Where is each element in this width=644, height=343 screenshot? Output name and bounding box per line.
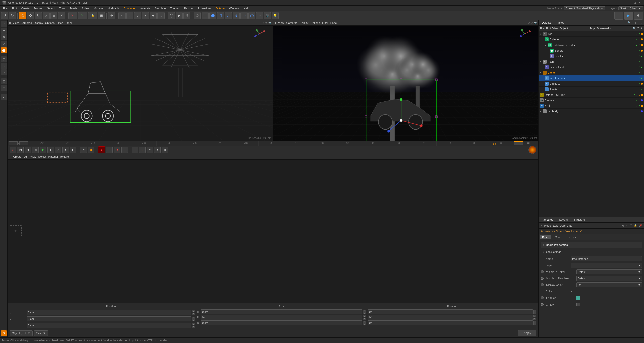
pos-y-down[interactable]: ▼ [192, 319, 195, 321]
reset-tool-button[interactable]: ⟲ [58, 12, 65, 19]
plain-expand[interactable]: ▶ [540, 60, 543, 63]
move-tool-button[interactable]: ✛ [27, 12, 34, 19]
ocean-check2[interactable]: ✓ [638, 105, 640, 107]
obj-sort-icon[interactable]: ↕ [640, 21, 643, 24]
obj-filter-btn2[interactable]: ⊻ [637, 27, 639, 30]
lf-check2[interactable]: ✓ [641, 66, 643, 68]
object-list[interactable]: ▶ N tree ✓ ✓ ⎕ Cylinder ✓ ✓ [539, 31, 644, 217]
menu-render[interactable]: Render [182, 6, 195, 10]
display-color-dropdown[interactable]: Off ▼ [576, 282, 642, 287]
size-mode-dropdown[interactable]: Size ▼ [34, 330, 48, 336]
add-keyframe-button[interactable]: + [132, 147, 138, 153]
record-active-button[interactable]: ● [98, 146, 105, 153]
autokey-button[interactable]: ⏺ [88, 147, 94, 153]
vp-right-menu-btn[interactable]: ≡ [275, 21, 276, 24]
name-value[interactable] [571, 256, 642, 261]
disc-button[interactable]: ◯ [248, 12, 255, 19]
vis-renderer-dropdown[interactable]: Default ▼ [576, 276, 642, 281]
window-controls[interactable]: ─ □ ✕ [628, 1, 642, 4]
obj-tags-menu[interactable]: Tags [590, 27, 595, 30]
attr-userdata-label[interactable]: User Data [560, 224, 572, 227]
tab-takes[interactable]: Takes [555, 21, 566, 25]
vp-right-expand-icon[interactable]: ⤢ [528, 21, 530, 24]
rot-b-stepper[interactable]: ▲ ▼ [533, 321, 536, 325]
record-button[interactable]: ● [10, 147, 16, 153]
menu-file[interactable]: File [1, 6, 10, 10]
size-h-input[interactable]: 0 cm [201, 309, 362, 314]
axis-x-button[interactable]: X↑ [68, 12, 77, 19]
menu-volume[interactable]: Volume [92, 6, 105, 10]
tab-objects[interactable]: Objects [540, 21, 553, 25]
rot-p-stepper[interactable]: ▲ ▼ [533, 315, 536, 320]
rot-h-down[interactable]: ▼ [533, 312, 536, 314]
frame-start-input[interactable]: -90 [9, 141, 18, 145]
mat-menu-edit[interactable]: Edit [23, 155, 28, 158]
obj-row-car-body[interactable]: ▶ N car body ✓ [539, 109, 644, 114]
obj-row-tree[interactable]: ▶ N tree ✓ ✓ [539, 31, 644, 37]
vp-left-options[interactable]: Options [45, 21, 55, 24]
rot-p-input[interactable]: 0° [368, 315, 533, 320]
ti-check1[interactable]: ✓ [638, 77, 640, 79]
attr-up-btn[interactable]: ▲ [626, 224, 628, 227]
tab-structure[interactable]: Structure [572, 218, 587, 222]
vis-editor-dot[interactable] [541, 270, 544, 273]
record-rot-button[interactable]: R [114, 147, 120, 153]
undo-button[interactable]: ↺ [1, 12, 8, 19]
obj-view-menu[interactable]: View [552, 27, 558, 30]
render-viewport-canvas[interactable] [273, 26, 539, 141]
next-key-button[interactable]: ▷ [55, 147, 61, 153]
object-mode-button[interactable]: □ [118, 12, 126, 19]
play-button[interactable]: ▶ [40, 147, 46, 153]
lf-check1[interactable]: ✓ [638, 66, 640, 68]
obj-row-ocean[interactable]: W 바다 ✓ ✓ [539, 103, 644, 109]
vis-editor-value[interactable]: Default ▼ [576, 269, 642, 274]
render-settings-button[interactable]: ⚙ [183, 12, 190, 19]
sidebar-scale-btn[interactable]: ⤢ [1, 41, 7, 47]
goto-end-button[interactable]: ▶| [70, 147, 76, 153]
add-material-btn[interactable]: + [10, 225, 22, 237]
sidebar-measure-btn[interactable]: ⊡ [1, 85, 7, 91]
ol-check2[interactable]: ✓ [636, 94, 638, 96]
cb-check1[interactable]: ✓ [638, 110, 640, 113]
snap-button[interactable]: ⊠ [98, 12, 105, 19]
tab-layers[interactable]: Layers [557, 218, 570, 222]
pos-x-input[interactable]: 0 cm [27, 310, 191, 315]
obj-row-camera[interactable]: 📷 Camera ✓ ✓ [539, 98, 644, 103]
mat-menu-view[interactable]: View [30, 155, 36, 158]
pos-y-up[interactable]: ▲ [192, 317, 195, 319]
sidebar-s-btn[interactable]: S [1, 330, 7, 336]
sidebar-polygon-btn[interactable]: ⬡ [1, 63, 7, 69]
tree-check2[interactable]: ✓ [638, 33, 640, 35]
mat-menu-material[interactable]: Material [48, 155, 58, 158]
enabled-checkbox[interactable] [576, 296, 580, 300]
subdiv-check2[interactable]: ✓ [638, 44, 640, 46]
plane-button[interactable]: ▭ [240, 12, 248, 19]
cam-check2[interactable]: ✓ [638, 99, 640, 102]
menu-simulate[interactable]: Simulate [153, 6, 168, 10]
attr-mode-label[interactable]: Mode [544, 224, 551, 227]
obj-expand-tree[interactable]: ▶ [540, 33, 543, 35]
close-button[interactable]: ✕ [638, 1, 642, 4]
timeline-bar[interactable]: -90 - 90 F -90 -80 -70 -60 -50 -40 -30 -… [8, 141, 538, 146]
size-p-up[interactable]: ▲ [363, 315, 366, 317]
timeline-track[interactable]: -90 -80 -70 -60 -50 -40 -30 -20 -10 0 10… [29, 141, 513, 146]
vp-left-cameras[interactable]: Cameras [21, 21, 32, 24]
camera-add-button[interactable]: 📷 [264, 12, 271, 19]
rot-b-down[interactable]: ▼ [533, 323, 536, 325]
axis-y-button[interactable]: Y↑ [78, 12, 87, 19]
node-space-dropdown[interactable]: Current (Standard/Physical) ▼ [564, 6, 605, 10]
menu-extensions[interactable]: Extensions [195, 6, 213, 10]
xray-checkbox[interactable] [576, 303, 580, 306]
obj-edit-menu[interactable]: Edit [546, 27, 551, 30]
obj-search-btn[interactable]: 🔍 [633, 27, 636, 30]
point-mode-button[interactable]: ⊕ [142, 12, 149, 19]
xray-value[interactable] [576, 303, 642, 306]
vp-right-display[interactable]: Display [299, 21, 308, 24]
pos-z-stepper[interactable]: ▲ ▼ [192, 323, 195, 328]
scale-tool-button[interactable]: ⤢ [43, 12, 50, 19]
menu-modes[interactable]: Modes [32, 6, 45, 10]
layer-dropdown[interactable]: ▼ [571, 263, 642, 268]
sidebar-move-btn[interactable]: ✛ [1, 28, 7, 34]
obj-row-linear-field[interactable]: F Linear Field ✓ ✓ [539, 64, 644, 70]
vp-right-view[interactable]: View [278, 21, 284, 24]
